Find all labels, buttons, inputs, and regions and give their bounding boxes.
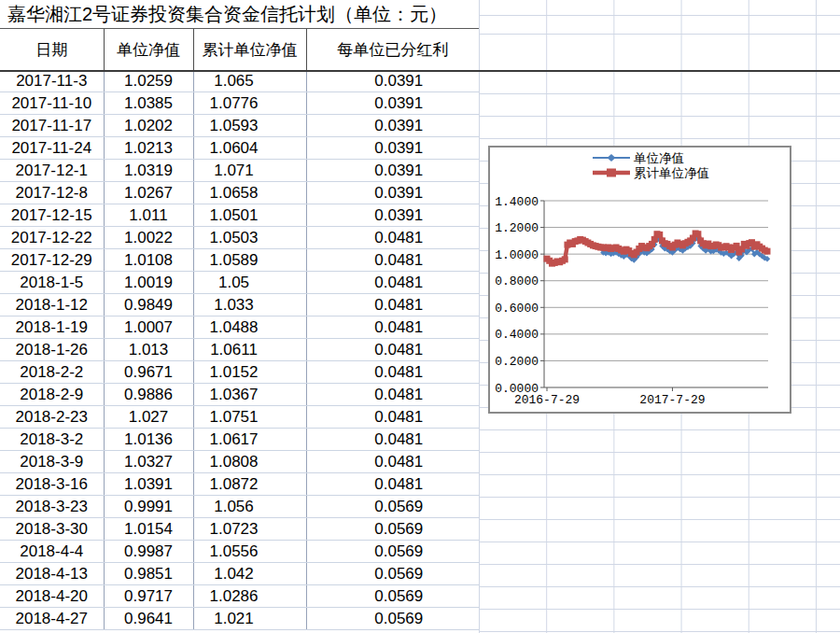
cell-cum-nav[interactable]: 1.0488 xyxy=(193,316,306,339)
cell-dividend[interactable]: 0.0569 xyxy=(306,541,479,563)
cell-unit-nav[interactable]: 0.9671 xyxy=(104,361,193,384)
cell-cum-nav[interactable]: 1.056 xyxy=(193,496,306,518)
cell-unit-nav[interactable]: 0.9641 xyxy=(104,608,193,630)
cell-date[interactable]: 2017-12-1 xyxy=(0,160,104,182)
cell-date[interactable]: 2018-1-12 xyxy=(0,294,104,316)
cell-dividend[interactable]: 0.0481 xyxy=(306,429,479,451)
cell-cum-nav[interactable]: 1.0367 xyxy=(193,384,306,406)
cell-cum-nav[interactable]: 1.021 xyxy=(193,608,306,630)
cell-date[interactable]: 2018-1-26 xyxy=(0,339,104,361)
nav-chart[interactable]: 0.00000.20000.40000.60000.80001.00001.20… xyxy=(488,146,791,414)
cell-unit-nav[interactable]: 0.9991 xyxy=(104,496,193,518)
cell-cum-nav[interactable]: 1.0872 xyxy=(193,473,306,496)
cell-unit-nav[interactable]: 1.0213 xyxy=(104,137,193,160)
cell-date[interactable]: 2018-3-2 xyxy=(0,429,104,451)
cell-dividend[interactable]: 0.0569 xyxy=(306,608,479,630)
cell-unit-nav[interactable]: 1.0136 xyxy=(104,429,193,451)
cell-cum-nav[interactable]: 1.0751 xyxy=(193,406,306,429)
header-unit-nav[interactable]: 单位净值 xyxy=(104,29,193,70)
cell-dividend[interactable]: 0.0569 xyxy=(306,563,479,585)
cell-cum-nav[interactable]: 1.0501 xyxy=(193,204,306,227)
cell-dividend[interactable]: 0.0569 xyxy=(306,585,479,608)
cell-date[interactable]: 2017-11-3 xyxy=(0,70,104,92)
cell-dividend[interactable]: 0.0481 xyxy=(306,339,479,361)
cell-cum-nav[interactable]: 1.0611 xyxy=(193,339,306,361)
cell-date[interactable]: 2017-12-29 xyxy=(0,249,104,272)
cell-unit-nav[interactable]: 1.0154 xyxy=(104,518,193,541)
cell-dividend[interactable]: 0.0481 xyxy=(306,384,479,406)
cell-unit-nav[interactable]: 1.0385 xyxy=(104,92,193,115)
cell-unit-nav[interactable]: 1.0202 xyxy=(104,115,193,137)
cell-dividend[interactable]: 0.0391 xyxy=(306,160,479,182)
cell-cum-nav[interactable]: 1.065 xyxy=(193,70,306,92)
cell-dividend[interactable]: 0.0569 xyxy=(306,518,479,541)
cell-cum-nav[interactable]: 1.0723 xyxy=(193,518,306,541)
cell-cum-nav[interactable]: 1.0658 xyxy=(193,182,306,204)
cell-dividend[interactable]: 0.0391 xyxy=(306,70,479,92)
cell-unit-nav[interactable]: 0.9886 xyxy=(104,384,193,406)
cell-cum-nav[interactable]: 1.0776 xyxy=(193,92,306,115)
cell-unit-nav[interactable]: 1.013 xyxy=(104,339,193,361)
cell-date[interactable]: 2018-4-20 xyxy=(0,585,104,608)
cell-date[interactable]: 2018-4-27 xyxy=(0,608,104,630)
cell-date[interactable]: 2018-3-16 xyxy=(0,473,104,496)
cell-cum-nav[interactable]: 1.0808 xyxy=(193,451,306,473)
cell-date[interactable]: 2018-2-9 xyxy=(0,384,104,406)
cell-date[interactable]: 2018-2-2 xyxy=(0,361,104,384)
cell-date[interactable]: 2018-3-9 xyxy=(0,451,104,473)
cell-dividend[interactable]: 0.0481 xyxy=(306,316,479,339)
cell-dividend[interactable]: 0.0481 xyxy=(306,361,479,384)
cell-date[interactable]: 2018-1-19 xyxy=(0,316,104,339)
cell-dividend[interactable]: 0.0391 xyxy=(306,204,479,227)
cell-cum-nav[interactable]: 1.0604 xyxy=(193,137,306,160)
cell-date[interactable]: 2018-4-4 xyxy=(0,541,104,563)
cell-date[interactable]: 2017-11-17 xyxy=(0,115,104,137)
cell-unit-nav[interactable]: 1.0391 xyxy=(104,473,193,496)
cell-unit-nav[interactable]: 1.0022 xyxy=(104,227,193,249)
cell-dividend[interactable]: 0.0481 xyxy=(306,249,479,272)
cell-dividend[interactable]: 0.0481 xyxy=(306,272,479,294)
cell-cum-nav[interactable]: 1.0556 xyxy=(193,541,306,563)
cell-cum-nav[interactable]: 1.05 xyxy=(193,272,306,294)
cell-dividend[interactable]: 0.0481 xyxy=(306,294,479,316)
cell-unit-nav[interactable]: 1.0319 xyxy=(104,160,193,182)
cell-date[interactable]: 2017-12-22 xyxy=(0,227,104,249)
cell-unit-nav[interactable]: 1.0327 xyxy=(104,451,193,473)
cell-date[interactable]: 2018-4-13 xyxy=(0,563,104,585)
cell-unit-nav[interactable]: 0.9849 xyxy=(104,294,193,316)
legend-diamond-marker[interactable] xyxy=(608,154,616,162)
cell-unit-nav[interactable]: 1.0108 xyxy=(104,249,193,272)
cell-dividend[interactable]: 0.0481 xyxy=(306,406,479,429)
cell-cum-nav[interactable]: 1.033 xyxy=(193,294,306,316)
cell-date[interactable]: 2018-3-23 xyxy=(0,496,104,518)
cell-unit-nav[interactable]: 1.0267 xyxy=(104,182,193,204)
header-dividend[interactable]: 每单位已分红利 xyxy=(306,29,479,70)
cell-cum-nav[interactable]: 1.0617 xyxy=(193,429,306,451)
cell-dividend[interactable]: 0.0569 xyxy=(306,496,479,518)
cell-unit-nav[interactable]: 0.9987 xyxy=(104,541,193,563)
cell-date[interactable]: 2017-12-15 xyxy=(0,204,104,227)
header-cum-nav[interactable]: 累计单位净值 xyxy=(193,29,306,70)
cell-date[interactable]: 2018-2-23 xyxy=(0,406,104,429)
cell-cum-nav[interactable]: 1.0593 xyxy=(193,115,306,137)
cell-date[interactable]: 2017-12-8 xyxy=(0,182,104,204)
cell-unit-nav[interactable]: 1.0259 xyxy=(104,70,193,92)
cell-unit-nav[interactable]: 1.0007 xyxy=(104,316,193,339)
cell-unit-nav[interactable]: 1.027 xyxy=(104,406,193,429)
cell-unit-nav[interactable]: 0.9851 xyxy=(104,563,193,585)
cell-unit-nav[interactable]: 1.011 xyxy=(104,204,193,227)
cell-cum-nav[interactable]: 1.042 xyxy=(193,563,306,585)
cell-cum-nav[interactable]: 1.0589 xyxy=(193,249,306,272)
legend-label[interactable]: 单位净值 xyxy=(634,151,684,165)
cell-cum-nav[interactable]: 1.0152 xyxy=(193,361,306,384)
cell-dividend[interactable]: 0.0481 xyxy=(306,473,479,496)
legend-square-marker[interactable] xyxy=(607,169,616,177)
cell-dividend[interactable]: 0.0391 xyxy=(306,137,479,160)
cell-dividend[interactable]: 0.0391 xyxy=(306,115,479,137)
cell-date[interactable]: 2018-3-30 xyxy=(0,518,104,541)
cell-dividend[interactable]: 0.0481 xyxy=(306,451,479,473)
cell-unit-nav[interactable]: 0.9717 xyxy=(104,585,193,608)
sheet-title-cell[interactable]: 嘉华湘江2号证券投资集合资金信托计划（单位：元） xyxy=(0,0,479,29)
legend-label[interactable]: 累计单位净值 xyxy=(634,166,709,180)
header-date[interactable]: 日期 xyxy=(0,29,104,70)
